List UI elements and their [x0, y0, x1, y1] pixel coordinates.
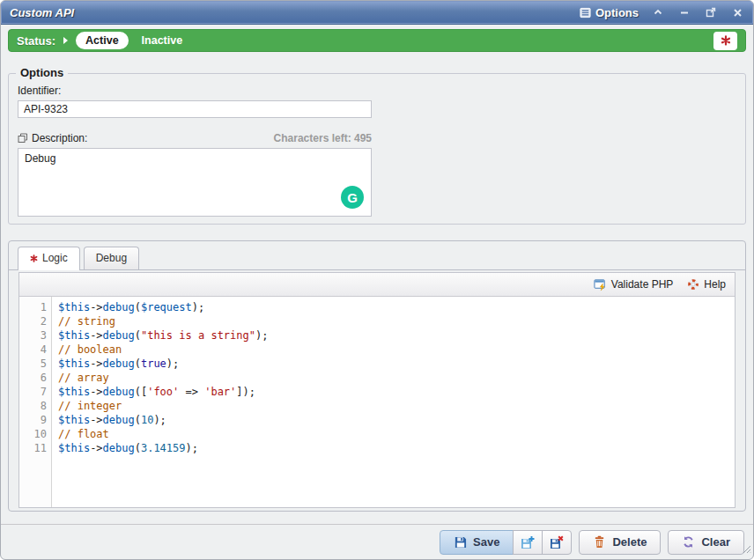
status-inactive-button[interactable]: Inactive	[142, 34, 183, 47]
close-button[interactable]	[730, 5, 744, 19]
save-close-button[interactable]	[542, 530, 572, 555]
code-line: $this->debug("this is a string");	[58, 328, 735, 343]
save-button-group: Save	[440, 530, 572, 555]
options-legend: Options	[16, 66, 68, 79]
tab-debug-label: Debug	[96, 252, 127, 264]
minimize-icon	[679, 7, 690, 18]
popout-button[interactable]	[704, 5, 718, 19]
required-asterisk-icon	[30, 254, 38, 262]
characters-left: Characters left: 495	[274, 132, 372, 144]
tab-logic-label: Logic	[42, 252, 68, 264]
options-menu-label: Options	[595, 6, 639, 19]
line-number: 1	[19, 300, 47, 314]
validate-php-label: Validate PHP	[611, 278, 673, 291]
save-new-icon	[521, 535, 535, 549]
line-number: 4	[19, 343, 47, 357]
refresh-icon	[682, 535, 695, 549]
status-label: Status:	[17, 34, 55, 48]
custom-api-window: Custom API Options Status:	[0, 0, 754, 560]
line-number: 8	[19, 399, 47, 413]
trash-icon	[593, 535, 606, 549]
window-title: Custom API	[10, 6, 74, 19]
expand-copy-icon[interactable]	[18, 133, 28, 144]
title-bar: Custom API Options	[1, 1, 753, 25]
help-lifering-icon	[687, 278, 699, 291]
asterisk-icon	[721, 35, 731, 46]
code-line: $this->debug(10);	[58, 413, 735, 427]
required-indicator-button[interactable]	[713, 32, 737, 50]
code-line: $this->debug(3.14159);	[58, 441, 735, 455]
help-button[interactable]: Help	[687, 278, 726, 291]
code-line: // array	[58, 371, 735, 385]
identifier-input[interactable]	[18, 100, 372, 118]
code-line: // integer	[58, 399, 735, 413]
resize-grip[interactable]	[742, 542, 751, 557]
code-line: $this->debug(['foo' => 'bar']);	[58, 385, 735, 399]
options-list-icon	[580, 7, 591, 18]
line-number: 9	[19, 413, 47, 427]
footer-toolbar: Save Delete Clear	[1, 524, 753, 559]
minimize-button[interactable]	[677, 5, 691, 19]
description-textarea[interactable]: Debug	[18, 148, 372, 217]
save-new-button[interactable]	[513, 530, 543, 555]
collapse-button[interactable]	[651, 5, 665, 19]
tab-debug[interactable]: Debug	[84, 247, 139, 269]
code-line: // boolean	[58, 343, 735, 357]
description-row: Description: Characters left: 495	[18, 132, 372, 144]
options-menu-button[interactable]: Options	[580, 6, 639, 19]
status-bar: Status: Active Inactive	[8, 29, 746, 52]
editor-toolbar: Validate PHP Help	[19, 273, 735, 297]
popout-icon	[706, 7, 716, 18]
line-number: 2	[19, 314, 47, 328]
validate-php-icon	[594, 278, 607, 291]
editor-body[interactable]: 1234567891011 $this->debug($request);// …	[19, 297, 735, 507]
line-number: 11	[19, 441, 47, 455]
delete-label: Delete	[612, 535, 647, 549]
save-label: Save	[473, 535, 499, 549]
code-line: // string	[58, 314, 735, 328]
clear-button[interactable]: Clear	[668, 530, 744, 555]
save-button[interactable]: Save	[440, 530, 514, 555]
code-editor: Validate PHP Help 1234567891011 $this->d…	[18, 272, 736, 508]
editor-gutter: 1234567891011	[19, 297, 52, 507]
status-arrow-icon	[63, 37, 68, 44]
grammarly-icon[interactable]: G	[341, 186, 364, 209]
options-fieldset: Options Identifier: Description: Charact…	[8, 73, 746, 225]
line-number: 7	[19, 385, 47, 399]
line-number: 5	[19, 357, 47, 371]
help-label: Help	[704, 278, 726, 291]
code-line: // float	[58, 427, 735, 441]
description-label: Description:	[32, 132, 87, 144]
tab-logic[interactable]: Logic	[18, 247, 80, 270]
editor-code[interactable]: $this->debug($request);// string$this->d…	[52, 297, 735, 507]
code-line: $this->debug(true);	[58, 357, 735, 371]
delete-button[interactable]: Delete	[579, 530, 661, 555]
validate-php-button[interactable]: Validate PHP	[594, 278, 673, 291]
status-active-button[interactable]: Active	[76, 32, 129, 49]
code-line: $this->debug($request);	[58, 300, 735, 314]
close-icon	[733, 8, 743, 18]
logic-tab-panel: Logic Debug Validate PHP Help	[8, 240, 746, 512]
save-icon	[454, 535, 467, 549]
line-number: 3	[19, 328, 47, 343]
tab-strip: Logic Debug	[9, 241, 745, 270]
save-close-icon	[550, 535, 564, 549]
identifier-label: Identifier:	[18, 85, 736, 97]
clear-label: Clear	[701, 535, 730, 549]
chevron-up-icon	[653, 7, 663, 18]
line-number: 10	[19, 427, 47, 441]
line-number: 6	[19, 371, 47, 385]
